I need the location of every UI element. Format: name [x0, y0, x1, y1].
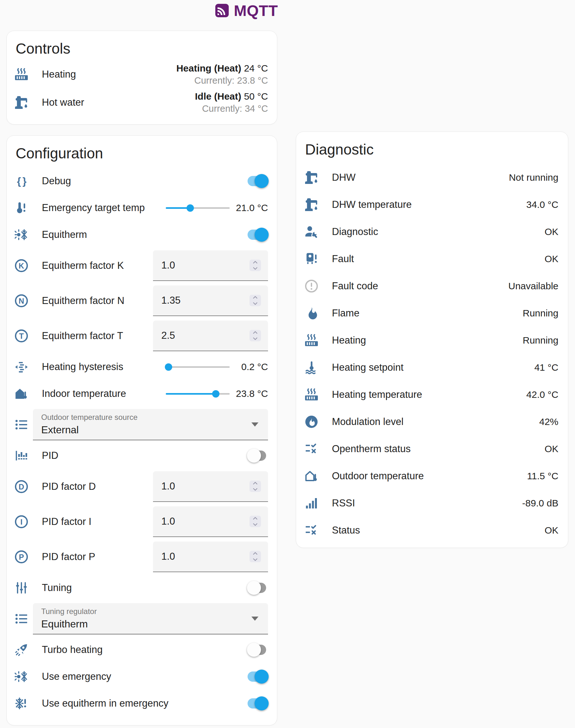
config-row-use-equitherm-in-emergency: Use equitherm in emergency [7, 690, 277, 717]
signal-icon [304, 496, 319, 511]
number-input-pid-factor-d[interactable]: 1.0 [153, 471, 268, 502]
chevron-down-icon[interactable] [253, 522, 258, 527]
number-input-pid-factor-i[interactable]: 1.0 [153, 506, 268, 537]
chevron-up-icon[interactable] [253, 259, 258, 265]
config-row-turbo-heating: Turbo heating [7, 636, 277, 663]
chevron-up-icon[interactable] [253, 550, 258, 556]
chevron-down-icon[interactable] [253, 557, 258, 562]
stepper-equitherm-factor-n[interactable] [249, 295, 261, 306]
stepper-pid-factor-p[interactable] [249, 551, 261, 562]
diagnostic-row-fault-code[interactable]: Fault code Unavailable [296, 272, 568, 299]
diagnostic-row-heating[interactable]: Heating Running [296, 327, 568, 354]
dropdown-arrow-icon[interactable] [251, 423, 259, 427]
toggle-pid[interactable] [247, 448, 268, 463]
control-row-hot-water[interactable]: Hot water Idle (Heat) 50 °C Currently: 3… [7, 88, 277, 116]
select-text: Tuning regulator Equitherm [41, 607, 251, 630]
toggle-use-equitherm-in-emergency[interactable] [247, 696, 268, 711]
diagnostic-row-opentherm-status[interactable]: Opentherm status OK [296, 435, 568, 462]
toggle-thumb[interactable] [247, 581, 261, 595]
dropdown-arrow-icon[interactable] [251, 617, 259, 621]
number-value[interactable]: 1.0 [161, 516, 249, 527]
stepper-equitherm-factor-t[interactable] [249, 330, 261, 341]
diagnostic-row-fault[interactable]: Fault OK [296, 245, 568, 272]
control-state[interactable]: Idle (Heat) 50 °C Currently: 34 °C [195, 91, 268, 114]
diagnostic-value: -89.0 dB [522, 498, 559, 509]
toggle-equitherm[interactable] [247, 227, 268, 242]
chevron-up-icon[interactable] [253, 480, 258, 486]
list-bulleted-icon [14, 417, 29, 432]
toggle-thumb[interactable] [247, 643, 261, 657]
slider-thumb[interactable] [187, 204, 194, 212]
config-row-use-emergency: Use emergency [7, 663, 277, 690]
toggle-thumb[interactable] [255, 174, 269, 188]
toggle-tuning[interactable] [247, 581, 268, 595]
diagnostic-label: Outdoor temperature [332, 470, 527, 482]
chevron-down-icon[interactable] [253, 266, 258, 271]
number-input-equitherm-factor-t[interactable]: 2.5 [153, 321, 268, 351]
chevron-down-icon[interactable] [253, 301, 258, 306]
stepper-equitherm-factor-k[interactable] [249, 260, 261, 271]
control-state[interactable]: Heating (Heat) 24 °C Currently: 23.8 °C [176, 63, 268, 86]
diagnostic-value: OK [545, 443, 559, 454]
fire-icon [304, 305, 319, 321]
hysteresis-icon [14, 359, 29, 374]
toggle-turbo-heating[interactable] [247, 643, 268, 657]
slider-emergency-target-temp[interactable] [166, 201, 230, 215]
diagnostic-label: RSSI [332, 498, 522, 509]
diagnostic-row-dhw-temperature[interactable]: DHW temperature 34.0 °C [296, 191, 568, 218]
toggle-debug[interactable] [247, 174, 268, 188]
diagnostic-row-heating-setpoint[interactable]: Heating setpoint 41 °C [296, 354, 568, 381]
control-row-heating[interactable]: Heating Heating (Heat) 24 °C Currently: … [7, 60, 277, 88]
diagnostic-row-modulation-level[interactable]: Modulation level 42% [296, 408, 568, 435]
diagnostic-row-flame[interactable]: Flame Running [296, 299, 568, 327]
select-tuning-regulator[interactable]: Tuning regulator Equitherm [33, 603, 268, 634]
diagnostic-row-dhw[interactable]: DHW Not running [296, 164, 568, 191]
slider-indoor-temperature[interactable] [166, 386, 230, 401]
number-value[interactable]: 1.35 [161, 295, 249, 306]
slider-rail [166, 366, 230, 368]
diagnostic-row-outdoor-temperature[interactable]: Outdoor temperature 11.5 °C [296, 462, 568, 489]
number-value[interactable]: 1.0 [161, 480, 249, 492]
toggle-thumb[interactable] [247, 449, 261, 463]
diagnostic-row-heating-temperature[interactable]: Heating temperature 42.0 °C [296, 381, 568, 408]
toggle-thumb[interactable] [255, 669, 269, 684]
chevron-down-icon[interactable] [253, 486, 258, 493]
control-current-temp: Currently: 23.8 °C [176, 75, 268, 86]
svg-text:I: I [21, 518, 23, 526]
stepper-pid-factor-d[interactable] [249, 480, 261, 492]
radiator-icon [14, 67, 29, 82]
diagnostic-label: Heating [332, 335, 522, 346]
diagnostic-card: Diagnostic DHW Not running DHW temperatu… [296, 132, 568, 548]
chevron-up-icon[interactable] [253, 515, 258, 521]
diagnostic-row-rssi[interactable]: RSSI -89.0 dB [296, 489, 568, 517]
chevron-up-icon[interactable] [253, 294, 258, 300]
slider-thumb[interactable] [165, 363, 172, 371]
number-value[interactable]: 2.5 [161, 330, 249, 341]
number-value[interactable]: 1.0 [161, 260, 249, 271]
select-outdoor-temperature-source[interactable]: Outdoor temperature source External [33, 409, 268, 440]
diagnostic-value: 41 °C [534, 362, 559, 373]
diagnostic-row-diagnostic[interactable]: Diagnostic OK [296, 218, 568, 245]
number-input-equitherm-factor-k[interactable]: 1.0 [153, 250, 268, 281]
stepper-pid-factor-i[interactable] [249, 516, 261, 527]
slider-value: 21.0 °C [235, 202, 268, 214]
control-state-line: Heating (Heat) 24 °C [176, 63, 268, 74]
toggle-thumb[interactable] [255, 228, 269, 242]
diagnostic-label: DHW temperature [332, 199, 527, 210]
number-value[interactable]: 1.0 [161, 551, 249, 562]
toggle-use-emergency[interactable] [247, 669, 268, 684]
chevron-up-icon[interactable] [253, 329, 258, 335]
config-row-equitherm: Equitherm [7, 221, 277, 248]
slider-heating-hysteresis[interactable] [166, 360, 230, 374]
config-row-indoor-temperature: Indoor temperature 23.8 °C [7, 380, 277, 407]
toggle-thumb[interactable] [255, 696, 269, 711]
mqtt-logo: MQTT [213, 1, 278, 20]
config-row-equitherm-factor-t: TEquitherm factor T 2.5 [7, 318, 277, 354]
slider-thumb[interactable] [212, 390, 219, 398]
chevron-down-icon[interactable] [253, 336, 258, 342]
radiator-icon [304, 333, 319, 348]
number-input-equitherm-factor-n[interactable]: 1.35 [153, 286, 268, 316]
diagnostic-row-status[interactable]: Status OK [296, 517, 568, 544]
alpha-n-circle-icon: N [14, 293, 29, 308]
number-input-pid-factor-p[interactable]: 1.0 [153, 542, 268, 572]
